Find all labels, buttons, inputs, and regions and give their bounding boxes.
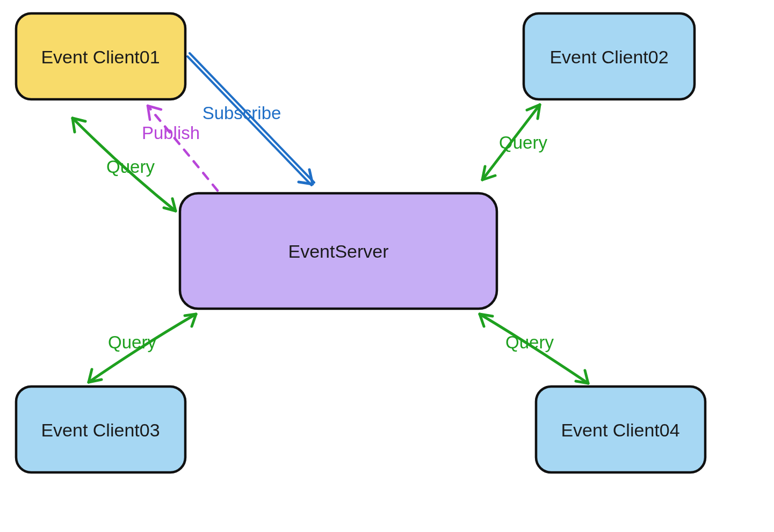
node-client01: Event Client01: [16, 13, 185, 99]
edge-query-client02-label: Query: [499, 133, 547, 152]
node-client03-label: Event Client03: [41, 420, 160, 440]
node-client03: Event Client03: [16, 387, 185, 472]
edge-subscribe-label: Subscribe: [202, 103, 281, 123]
node-client04-label: Event Client04: [561, 420, 679, 440]
edge-query-client03-label: Query: [108, 332, 156, 352]
edge-query-client04: Query: [480, 314, 588, 383]
node-server: EventServer: [180, 193, 497, 309]
node-client04: Event Client04: [536, 387, 705, 472]
edge-query-client01-label: Query: [106, 157, 155, 177]
edge-publish-label: Publish: [142, 123, 200, 143]
edge-query-client02: Query: [482, 105, 547, 180]
node-client02: Event Client02: [524, 13, 695, 99]
node-client02-label: Event Client02: [549, 47, 668, 67]
edge-query-client03: Query: [89, 314, 196, 382]
node-server-label: EventServer: [288, 241, 388, 261]
edge-query-client04-label: Query: [505, 332, 554, 352]
edge-subscribe: Subscribe: [187, 53, 314, 185]
node-client01-label: Event Client01: [41, 47, 160, 67]
